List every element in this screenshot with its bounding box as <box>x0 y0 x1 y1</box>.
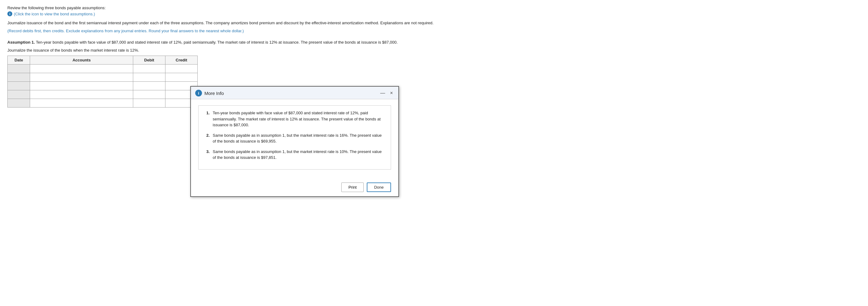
popup-controls: — × <box>379 90 394 96</box>
popup-close-button[interactable]: × <box>389 90 394 96</box>
journal-prompt: Journalize the issuance of the bonds whe… <box>7 48 861 53</box>
debit-cell-1[interactable] <box>133 64 165 73</box>
date-cell-1 <box>8 64 30 73</box>
date-cell-5 <box>8 99 30 107</box>
debit-cell-4[interactable] <box>133 90 165 99</box>
info-link-text: (Click the icon to view the bond assumpt… <box>14 12 95 16</box>
popup-info-icon: i <box>195 90 202 96</box>
accounts-input-2[interactable] <box>30 73 133 81</box>
table-row <box>8 90 198 99</box>
popup-minimize-button[interactable]: — <box>379 90 386 96</box>
credit-cell-2[interactable] <box>165 73 198 81</box>
popup-header: i More Info — × <box>191 87 398 99</box>
journal-table-container: Date Accounts Debit Credit <box>7 56 198 108</box>
item-num-1: 1. <box>204 110 210 113</box>
date-cell-3 <box>8 81 30 90</box>
list-item: 1. Ten-year bonds payable with face valu… <box>204 110 385 113</box>
accounts-input-1[interactable] <box>30 64 133 73</box>
more-info-popup: i More Info — × 1. Ten-year bonds payabl… <box>190 86 399 113</box>
popup-list: 1. Ten-year bonds payable with face valu… <box>204 110 385 113</box>
col-header-date: Date <box>8 56 30 64</box>
credit-input-2[interactable] <box>165 73 197 81</box>
accounts-cell-1[interactable] <box>30 64 133 73</box>
main-area: Date Accounts Debit Credit <box>7 56 861 108</box>
debit-cell-3[interactable] <box>133 81 165 90</box>
debit-cell-2[interactable] <box>133 73 165 81</box>
table-row <box>8 99 198 107</box>
col-header-debit: Debit <box>133 56 165 64</box>
instructions-note: (Record debits first, then credits. Excl… <box>7 28 861 34</box>
debit-input-5[interactable] <box>133 99 165 107</box>
debit-input-2[interactable] <box>133 73 165 81</box>
date-cell-4 <box>8 90 30 99</box>
journal-table: Date Accounts Debit Credit <box>7 56 198 108</box>
table-row <box>8 73 198 81</box>
table-row <box>8 81 198 90</box>
col-header-accounts: Accounts <box>30 56 133 64</box>
review-title: Review the following three bonds payable… <box>7 5 861 10</box>
col-header-credit: Credit <box>165 56 198 64</box>
item-text-1: Ten-year bonds payable with face value o… <box>213 110 385 113</box>
info-icon: i <box>7 11 12 16</box>
instructions-text: Journalize issuance of the bond and the … <box>7 20 861 26</box>
assumption-label: Assumption 1. <box>7 40 35 45</box>
accounts-input-5[interactable] <box>30 99 133 107</box>
accounts-input-4[interactable] <box>30 90 133 99</box>
debit-cell-5[interactable] <box>133 99 165 107</box>
popup-inner-box: 1. Ten-year bonds payable with face valu… <box>198 105 391 113</box>
accounts-cell-5[interactable] <box>30 99 133 107</box>
popup-title: More Info <box>205 91 377 96</box>
assumption-body: Ten-year bonds payable with face value o… <box>35 40 398 45</box>
info-link[interactable]: i (Click the icon to view the bond assum… <box>7 11 861 16</box>
table-row <box>8 64 198 73</box>
credit-cell-1[interactable] <box>165 64 198 73</box>
accounts-cell-2[interactable] <box>30 73 133 81</box>
assumption-text: Assumption 1. Ten-year bonds payable wit… <box>7 39 861 46</box>
debit-input-3[interactable] <box>133 82 165 90</box>
accounts-cell-3[interactable] <box>30 81 133 90</box>
accounts-input-3[interactable] <box>30 82 133 90</box>
debit-input-4[interactable] <box>133 90 165 99</box>
popup-body: 1. Ten-year bonds payable with face valu… <box>191 99 398 113</box>
debit-input-1[interactable] <box>133 64 165 73</box>
date-cell-2 <box>8 73 30 81</box>
credit-input-1[interactable] <box>165 64 197 73</box>
accounts-cell-4[interactable] <box>30 90 133 99</box>
